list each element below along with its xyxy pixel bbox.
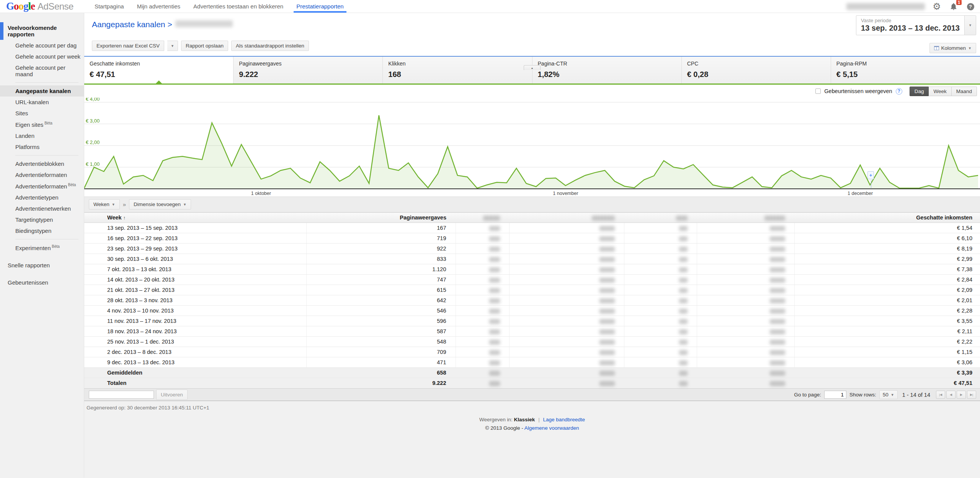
nav-tab-mijn-advertenties[interactable]: Mijn advertenties <box>131 0 187 13</box>
next-page-button[interactable]: ▶ <box>957 391 966 399</box>
sidebar-item-advertentietypen[interactable]: Advertentietypen <box>0 192 84 203</box>
pageviews-cell: 922 <box>306 244 456 254</box>
blurred-value <box>679 226 688 231</box>
blurred-header-value <box>676 216 688 221</box>
sidebar-item-aangepaste-kanalen[interactable]: Aangepaste kanalen <box>0 85 84 97</box>
sidebar-item-advertentienetwerken[interactable]: Advertentienetwerken <box>0 203 84 214</box>
metric-value: 1,82% <box>538 70 676 79</box>
sidebar-item-eigen-sites[interactable]: Eigen sites Bèta <box>0 119 84 130</box>
group-by-weeks-dropdown[interactable]: Weken▼ <box>89 199 120 210</box>
gear-icon[interactable]: ⚙ <box>932 2 942 11</box>
collapse-chart-tab[interactable]: ▲ <box>524 65 541 70</box>
sidebar-item-veelvoorkomende-rapporten[interactable]: Veelvoorkomende rapporten <box>0 22 84 40</box>
blurred-column-header[interactable] <box>697 213 794 223</box>
nav-tab-advertenties-toestaan-en-blokkeren[interactable]: Advertenties toestaan en blokkeren <box>187 0 290 13</box>
table-row: 28 okt. 2013 – 3 nov. 2013642€ 2,01 <box>84 295 980 306</box>
metric-card-pagina-rpm[interactable]: Pagina-RPM€ 5,15 <box>831 57 980 83</box>
table-row: 7 okt. 2013 – 13 okt. 20131.120€ 7,38 <box>84 264 980 275</box>
sidebar-item-gehele-account-per-maand[interactable]: Gehele account per maand <box>0 62 84 80</box>
low-bandwidth-link[interactable]: Lage bandbreedte <box>543 417 585 422</box>
metric-card-geschatte-inkomsten[interactable]: Geschatte inkomsten€ 47,51 <box>84 57 233 83</box>
export-dropdown-arrow-icon[interactable]: ▼ <box>167 41 178 51</box>
account-name-blurred[interactable] <box>846 3 925 10</box>
date-range-dropdown-arrow-icon[interactable]: ▼ <box>964 16 976 35</box>
metric-label: CPC <box>687 61 825 67</box>
granularity-dag-button[interactable]: Dag <box>910 87 929 96</box>
terms-link[interactable]: Algemene voorwaarden <box>524 425 579 431</box>
last-page-button[interactable]: ▶| <box>967 391 976 399</box>
blurred-value <box>489 350 500 355</box>
earnings-cell: € 2,28 <box>794 306 980 316</box>
blurred-column-header[interactable] <box>509 213 624 223</box>
sidebar-item-gehele-account-per-dag[interactable]: Gehele account per dag <box>0 40 84 51</box>
blurred-column-header[interactable] <box>456 213 509 223</box>
earnings-line-chart: € 1,00€ 2,00€ 3,00€ 4,001 oktober1 novem… <box>84 98 980 196</box>
column-header-paginaweergaves[interactable]: Paginaweergaves <box>306 213 456 223</box>
help-icon[interactable]: ? <box>965 2 975 11</box>
events-help-icon[interactable]: ? <box>896 88 902 95</box>
metric-card-pagina-ctr[interactable]: Pagina-CTR1,82% <box>532 57 681 83</box>
metric-card-cpc[interactable]: CPC€ 0,28 <box>681 57 831 83</box>
svg-text:€ 3,00: € 3,00 <box>86 118 100 124</box>
rows-per-page-dropdown[interactable]: 50▼ <box>879 390 898 399</box>
sidebar-item-biedingstypen[interactable]: Biedingstypen <box>0 225 84 236</box>
sidebar-item-experimenten[interactable]: Experimenten Bèta <box>0 242 84 254</box>
table-filter-input[interactable] <box>89 391 154 399</box>
blurred-value <box>679 288 688 293</box>
sidebar-item-landen[interactable]: Landen <box>0 130 84 141</box>
chart-event-marker[interactable]: + <box>867 171 874 179</box>
blurred-cell <box>509 254 624 264</box>
blurred-value <box>599 236 615 241</box>
nav-tab-prestatierapporten[interactable]: Prestatierapporten <box>290 0 350 13</box>
blurred-value <box>599 329 615 334</box>
sidebar-item-gehele-account-per-week[interactable]: Gehele account per week <box>0 51 84 62</box>
breadcrumb-separator: > <box>168 20 172 29</box>
first-page-button[interactable]: |◀ <box>936 391 945 399</box>
blurred-value <box>489 340 500 345</box>
run-button[interactable]: Uitvoeren <box>156 390 188 400</box>
sidebar-item-advertentieformaten[interactable]: Advertentieformaten Bèta <box>0 180 84 192</box>
breadcrumb-link-aangepaste-kanalen[interactable]: Aangepaste kanalen <box>92 20 165 29</box>
blurred-column-header[interactable] <box>624 213 697 223</box>
view-mode-classic: Klassiek <box>514 417 535 422</box>
weeks-dropdown-arrow-icon: ▼ <box>112 203 115 206</box>
set-default-report-button[interactable]: Als standaardrapport instellen <box>231 41 309 51</box>
blurred-value <box>489 278 500 283</box>
save-report-button[interactable]: Rapport opslaan <box>181 41 228 51</box>
sidebar-item-advertentieblokken[interactable]: Advertentieblokken <box>0 158 84 169</box>
earnings-cell: € 2,99 <box>794 254 980 264</box>
export-csv-button[interactable]: Exporteren naar Excel CSV <box>92 41 164 51</box>
sidebar-item-advertentieformaten[interactable]: Advertentieformaten <box>0 169 84 180</box>
column-header-geschatte-inkomsten[interactable]: Geschatte inkomsten <box>794 213 980 223</box>
sidebar-item-snelle-rapporten[interactable]: Snelle rapporten <box>0 260 84 271</box>
metric-label: Paginaweergaves <box>239 61 377 67</box>
date-range-picker[interactable]: Vaste periode 13 sep. 2013 – 13 dec. 201… <box>856 15 976 35</box>
sidebar-item-url-kanalen[interactable]: URL-kanalen <box>0 97 84 108</box>
top-right-cluster: ⚙ 1 ? <box>846 0 975 13</box>
blurred-value <box>489 257 500 262</box>
nav-tab-startpagina[interactable]: Startpagina <box>88 0 131 13</box>
week-cell: 28 okt. 2013 – 3 nov. 2013 <box>84 295 306 306</box>
earnings-cell: € 8,19 <box>794 244 980 254</box>
notifications-bell-icon[interactable]: 1 <box>949 2 959 11</box>
week-cell: Gemiddelden <box>84 368 306 378</box>
show-events-checkbox[interactable] <box>815 88 821 94</box>
column-header-week[interactable]: Week↑ <box>84 213 306 223</box>
sidebar-item-targetingtypen[interactable]: Targetingtypen <box>0 214 84 225</box>
blurred-value <box>489 298 500 303</box>
metric-card-klikken[interactable]: Klikken168 <box>382 57 532 83</box>
sidebar-item-gebeurtenissen[interactable]: Gebeurtenissen <box>0 277 84 288</box>
blurred-value <box>599 371 615 376</box>
columns-button[interactable]: Kolommen ▼ <box>929 43 976 53</box>
granularity-week-button[interactable]: Week <box>929 87 951 96</box>
week-cell: 18 nov. 2013 – 24 nov. 2013 <box>84 326 306 337</box>
sidebar-item-platforms[interactable]: Platforms <box>0 141 84 152</box>
page-number-input[interactable] <box>824 391 846 399</box>
sidebar-item-sites[interactable]: Sites <box>0 108 84 119</box>
granularity-segmented-control: DagWeekMaand <box>910 87 977 96</box>
granularity-maand-button[interactable]: Maand <box>952 87 977 96</box>
previous-page-button[interactable]: ◀ <box>946 391 956 399</box>
add-dimension-dropdown[interactable]: Dimensie toevoegen▼ <box>129 199 191 210</box>
svg-text:1 december: 1 december <box>848 191 873 196</box>
metric-card-paginaweergaves[interactable]: Paginaweergaves9.222 <box>233 57 382 83</box>
